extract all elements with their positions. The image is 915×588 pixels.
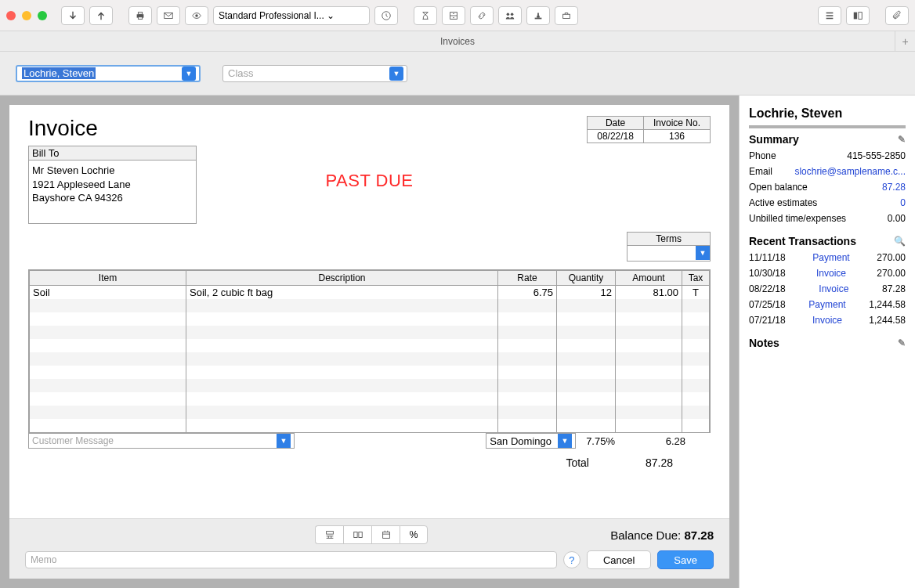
svg-rect-1 xyxy=(138,12,142,14)
terms-block: Terms ▼ xyxy=(627,232,711,262)
chevron-down-icon: ▼ xyxy=(696,246,710,260)
line-item-row[interactable]: Soil Soil, 2 cubic ft bag 6.75 12 81.00 … xyxy=(30,286,710,300)
percent-icon[interactable]: % xyxy=(400,525,428,544)
date-label: Date xyxy=(587,116,644,129)
arrow-up-icon[interactable] xyxy=(89,6,113,25)
tax-amount: 6.28 xyxy=(615,435,685,447)
transaction-row[interactable]: 10/30/18Invoice270.00 xyxy=(749,268,906,279)
transaction-row[interactable]: 11/11/18Payment270.00 xyxy=(749,252,906,263)
memo-field[interactable]: Memo xyxy=(25,551,557,568)
calendar-icon[interactable] xyxy=(371,525,400,544)
col-tax: Tax xyxy=(682,271,710,286)
people-icon[interactable] xyxy=(498,6,522,25)
svg-rect-13 xyxy=(326,532,333,535)
transaction-list: 11/11/18Payment270.00 10/30/18Invoice270… xyxy=(749,252,906,326)
svg-point-8 xyxy=(511,13,514,16)
col-quantity: Quantity xyxy=(557,271,616,286)
save-button[interactable]: Save xyxy=(657,550,714,569)
print-icon[interactable] xyxy=(128,6,152,25)
class-dropdown-placeholder: Class xyxy=(228,67,254,79)
customer-message-dropdown[interactable]: Customer Message ▼ xyxy=(28,433,295,449)
estimates-label: Active estimates xyxy=(749,197,817,208)
edit-icon[interactable]: ✎ xyxy=(898,337,906,348)
bill-to-label: Bill To xyxy=(29,146,196,161)
svg-rect-15 xyxy=(358,532,361,538)
phone-value: 415-555-2850 xyxy=(847,150,906,161)
toggle-calc-icon[interactable] xyxy=(315,525,343,544)
email-value[interactable]: slochrie@samplename.c... xyxy=(794,166,906,177)
unbilled-label: Unbilled time/expenses xyxy=(749,213,846,224)
terms-dropdown[interactable]: ▼ xyxy=(627,246,711,262)
drawer-icon[interactable] xyxy=(442,6,465,25)
svg-rect-11 xyxy=(854,12,857,19)
maximize-window-button[interactable] xyxy=(38,11,47,20)
edit-icon[interactable]: ✎ xyxy=(898,134,906,145)
bottom-icon-group: % xyxy=(315,525,428,544)
list-view-icon[interactable] xyxy=(818,6,841,25)
chevron-down-icon: ▼ xyxy=(277,434,291,448)
past-due-stamp: PAST DUE xyxy=(9,171,729,191)
open-balance-value[interactable]: 87.28 xyxy=(882,182,906,193)
cell-amount[interactable]: 81.00 xyxy=(616,286,682,300)
estimates-value[interactable]: 0 xyxy=(900,197,906,208)
transaction-row[interactable]: 07/21/18Invoice1,244.58 xyxy=(749,315,906,326)
briefcase-icon[interactable] xyxy=(555,6,578,25)
balance-due-value: 87.28 xyxy=(684,528,714,542)
add-tab-button[interactable]: + xyxy=(895,31,915,52)
traffic-lights xyxy=(6,11,47,20)
link-icon[interactable] xyxy=(470,6,494,25)
svg-point-4 xyxy=(195,14,198,17)
memo-placeholder: Memo xyxy=(31,554,56,565)
email-icon[interactable] xyxy=(157,6,180,25)
summary-heading-label: Summary xyxy=(749,133,799,146)
balance-due: Balance Due: 87.28 xyxy=(610,528,714,542)
arrow-down-icon[interactable] xyxy=(61,6,85,25)
customer-message-placeholder: Customer Message xyxy=(32,435,114,446)
invoice-no-value[interactable]: 136 xyxy=(644,129,711,143)
customer-dropdown[interactable]: Lochrie, Steven ▼ xyxy=(16,65,201,82)
total-label: Total xyxy=(566,456,589,469)
minimize-window-button[interactable] xyxy=(22,11,31,20)
stamp-icon[interactable] xyxy=(526,6,550,25)
hourglass-icon[interactable] xyxy=(414,6,437,25)
open-balance-label: Open balance xyxy=(749,182,808,193)
bill-to-address[interactable]: Mr Steven Lochrie 1921 Appleseed Lane Ba… xyxy=(29,161,196,223)
tab-label: Invoices xyxy=(440,36,475,47)
unbilled-value: 0.00 xyxy=(888,213,906,224)
search-icon[interactable]: 🔍 xyxy=(894,236,906,247)
date-value[interactable]: 08/22/18 xyxy=(587,129,644,143)
toggle-layout-icon[interactable] xyxy=(343,525,371,544)
customer-dropdown-value: Lochrie, Steven xyxy=(22,67,96,79)
recent-heading-label: Recent Transactions xyxy=(749,235,856,247)
panel-view-icon[interactable] xyxy=(846,6,870,25)
balance-due-label: Balance Due: xyxy=(610,528,681,542)
cell-description[interactable]: Soil, 2 cubic ft bag xyxy=(186,286,498,300)
help-icon[interactable]: ? xyxy=(563,551,580,568)
phone-label: Phone xyxy=(749,150,776,161)
cell-quantity[interactable]: 12 xyxy=(557,286,616,300)
bottom-bar: % Balance Due: 87.28 Memo ? Cancel Save xyxy=(9,518,729,579)
transaction-row[interactable]: 07/25/18Payment1,244.58 xyxy=(749,299,906,310)
invoice-paper: Invoice Date 08/22/18 Invoice No. 136 Bi… xyxy=(9,105,729,518)
divider xyxy=(749,125,906,128)
cancel-button[interactable]: Cancel xyxy=(587,550,651,569)
total-value: 87.28 xyxy=(646,456,673,469)
transaction-row[interactable]: 08/22/18Invoice87.28 xyxy=(749,283,906,294)
attachment-icon[interactable] xyxy=(885,6,909,25)
template-dropdown[interactable]: Standard Professional I... ⌄ xyxy=(213,6,370,25)
close-window-button[interactable] xyxy=(6,11,16,20)
invoice-no-label: Invoice No. xyxy=(644,116,711,129)
cell-rate[interactable]: 6.75 xyxy=(498,286,557,300)
class-dropdown[interactable]: Class ▼ xyxy=(222,65,407,82)
cell-item[interactable]: Soil xyxy=(30,286,186,300)
col-description: Description xyxy=(186,271,498,286)
selector-row: Lochrie, Steven ▼ Class ▼ xyxy=(0,52,915,96)
chevron-down-icon: ▼ xyxy=(389,67,403,81)
line-items-table: Item Description Rate Quantity Amount Ta… xyxy=(28,269,711,433)
svg-rect-2 xyxy=(138,16,142,19)
clock-icon[interactable] xyxy=(374,6,398,25)
cell-tax[interactable]: T xyxy=(682,286,710,300)
preview-icon[interactable] xyxy=(185,6,208,25)
svg-rect-10 xyxy=(563,14,570,18)
tax-region-dropdown[interactable]: San Domingo ▼ xyxy=(486,433,576,449)
